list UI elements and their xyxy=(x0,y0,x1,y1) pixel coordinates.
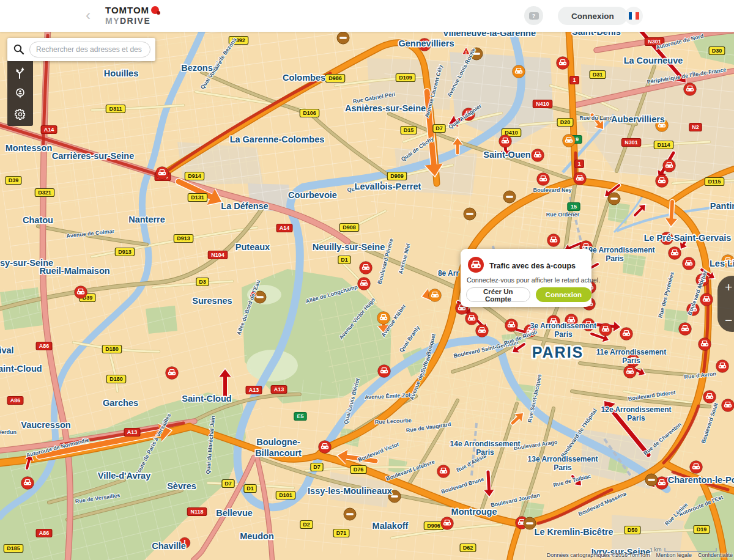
traffic-incident-car-icon[interactable] xyxy=(360,262,373,274)
gear-icon xyxy=(13,108,27,121)
svg-text:A13: A13 xyxy=(127,429,138,435)
traffic-incident-car-icon[interactable] xyxy=(574,172,587,185)
help-button[interactable]: ? xyxy=(524,6,543,25)
svg-text:D1: D1 xyxy=(247,485,254,492)
svg-text:1: 1 xyxy=(573,77,576,83)
road-shield: D39 xyxy=(6,177,21,185)
traffic-incident-car-icon[interactable] xyxy=(319,441,332,454)
traffic-incident-car-icon[interactable] xyxy=(465,312,478,325)
road-shield: A13 xyxy=(124,429,140,437)
traffic-incident-car-icon[interactable] xyxy=(683,257,695,270)
road-shield: D114 xyxy=(654,141,673,149)
app-window: { "header": { "back": "‹", "logo_line1":… xyxy=(0,0,734,560)
traffic-incident-car-icon[interactable] xyxy=(499,135,512,148)
map-city-label: Aubervilliers xyxy=(611,114,665,124)
svg-text:D180: D180 xyxy=(105,346,119,352)
svg-text:N301: N301 xyxy=(625,139,638,146)
traffic-popup: Trafic avec des à-coups Connectez-vous p… xyxy=(461,249,591,307)
language-button[interactable] xyxy=(625,7,643,25)
traffic-incident-car-orange-icon[interactable] xyxy=(563,134,576,147)
route-icon xyxy=(13,66,27,79)
back-chevron-icon[interactable]: ‹ xyxy=(86,6,91,24)
traffic-incident-car-icon[interactable] xyxy=(669,247,681,260)
traffic-incident-car-icon[interactable] xyxy=(679,323,692,336)
create-account-button[interactable]: Créer Un Compte xyxy=(466,287,530,302)
road-shield: D906 xyxy=(424,522,443,530)
traffic-incident-car-icon[interactable] xyxy=(75,286,87,299)
svg-text:D31: D31 xyxy=(593,72,603,78)
traffic-incident-no-entry-icon[interactable] xyxy=(337,32,349,44)
traffic-incident-no-entry-icon[interactable] xyxy=(464,208,476,220)
connexion-button[interactable]: Connexion xyxy=(558,7,628,25)
road-shield: 1 xyxy=(570,76,579,84)
map-city-label: Croissy-sur-Seine xyxy=(0,258,53,268)
svg-text:A14: A14 xyxy=(280,225,290,231)
zoom-control: + − xyxy=(717,276,734,332)
popup-body: Connectez-vous pour afficher le retard a… xyxy=(467,276,600,284)
traffic-incident-car-icon[interactable] xyxy=(21,477,34,490)
search-input[interactable] xyxy=(29,42,150,57)
traffic-incident-car-icon[interactable] xyxy=(557,57,569,70)
map-district-label: Paris xyxy=(627,414,645,422)
svg-text:N104: N104 xyxy=(211,252,224,258)
traffic-incident-car-orange-icon[interactable] xyxy=(513,65,525,78)
traffic-incident-car-icon[interactable] xyxy=(156,167,169,180)
traffic-incident-car-icon[interactable] xyxy=(505,319,518,332)
traffic-incident-car-icon[interactable] xyxy=(166,367,179,380)
popup-connexion-button[interactable]: Connexion xyxy=(536,287,591,302)
road-shield: D19 xyxy=(694,526,710,534)
traffic-incident-car-icon[interactable] xyxy=(690,461,703,474)
road-shield: D909 xyxy=(387,172,406,180)
traffic-incident-car-icon[interactable] xyxy=(537,173,550,186)
traffic-incident-car-icon[interactable] xyxy=(476,325,489,337)
map-city-label: Vaucresson xyxy=(21,420,70,430)
traffic-incident-car-orange-icon[interactable] xyxy=(429,289,442,302)
map-canvas[interactable]: D392D986D109D311D106D15D7D20D410D914D131… xyxy=(0,0,734,560)
traffic-incident-car-icon[interactable] xyxy=(599,323,612,336)
svg-text:D914: D914 xyxy=(188,173,201,179)
map-paris-label: PARIS xyxy=(532,344,584,361)
privacy-link[interactable]: Confidentialité xyxy=(698,552,733,558)
map-street-label: Boulevard Ney xyxy=(533,187,571,193)
my-places-button[interactable] xyxy=(7,83,33,104)
traffic-incident-car-icon[interactable] xyxy=(624,366,637,378)
traffic-incident-car-icon[interactable] xyxy=(663,160,676,172)
legal-link[interactable]: Mention légale xyxy=(656,552,692,558)
traffic-incident-car-icon[interactable] xyxy=(620,328,633,341)
traffic-incident-car-icon[interactable] xyxy=(547,234,560,247)
traffic-incident-no-entry-icon[interactable] xyxy=(344,508,356,520)
map-city-label: Sèvres xyxy=(167,481,196,491)
road-shield: D101 xyxy=(276,492,295,499)
map-city-label: Boulogne- xyxy=(256,437,300,447)
traffic-incident-car-icon[interactable] xyxy=(656,175,669,188)
svg-text:D7: D7 xyxy=(436,125,443,131)
traffic-incident-no-entry-icon[interactable] xyxy=(503,191,516,203)
logo-my: MY xyxy=(105,16,120,26)
zoom-out-button[interactable]: − xyxy=(717,310,734,331)
traffic-incident-car-icon[interactable] xyxy=(441,517,454,530)
traffic-incident-car-icon[interactable] xyxy=(437,465,450,478)
svg-text:D180: D180 xyxy=(109,376,123,382)
map-street-label: Avenue de Verdun xyxy=(0,429,17,435)
road-shield: A86 xyxy=(7,397,23,405)
traffic-incident-car-icon[interactable] xyxy=(699,338,711,351)
traffic-incident-car-icon[interactable] xyxy=(358,278,371,290)
traffic-incident-car-icon[interactable] xyxy=(700,293,713,306)
zoom-in-button[interactable]: + xyxy=(717,277,734,298)
traffic-incident-car-icon[interactable] xyxy=(722,399,734,412)
traffic-incident-no-entry-icon[interactable] xyxy=(645,474,658,486)
traffic-incident-car-icon[interactable] xyxy=(703,391,716,403)
settings-button[interactable] xyxy=(7,104,33,125)
svg-text:D7: D7 xyxy=(313,464,321,470)
road-shield: D1 xyxy=(338,256,350,264)
traffic-incident-car-icon[interactable] xyxy=(532,149,544,162)
svg-text:D913: D913 xyxy=(118,249,132,255)
road-shield: A86 xyxy=(36,529,52,537)
traffic-incident-car-icon[interactable] xyxy=(378,365,391,378)
traffic-incident-car-icon[interactable] xyxy=(716,360,729,373)
traffic-incident-car-icon[interactable] xyxy=(684,83,697,96)
route-button[interactable] xyxy=(7,62,33,83)
traffic-incident-no-entry-icon[interactable] xyxy=(608,193,620,205)
logo-text: TOMTOM xyxy=(105,5,149,15)
traffic-arrow xyxy=(672,202,672,218)
